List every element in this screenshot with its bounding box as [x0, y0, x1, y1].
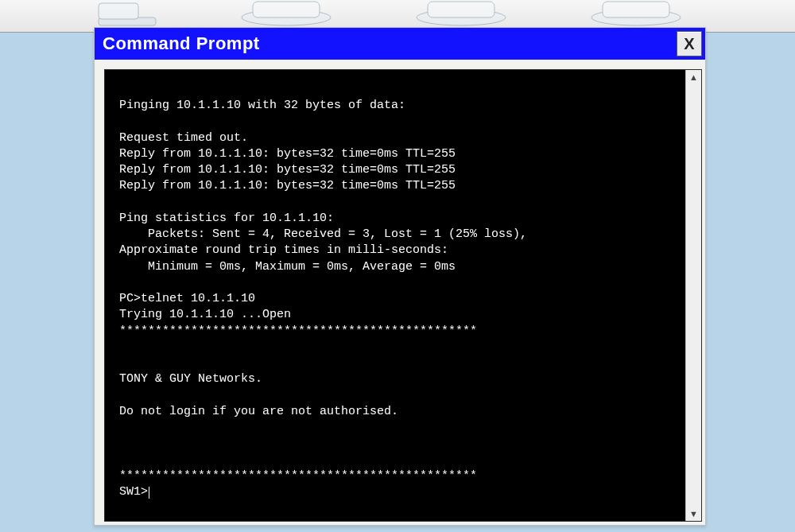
svg-rect-3	[253, 2, 320, 17]
scroll-up-button[interactable]: ▲	[686, 70, 701, 84]
terminal-line: Minimum = 0ms, Maximum = 0ms, Average = …	[119, 260, 456, 274]
chevron-down-icon: ▼	[689, 509, 698, 518]
terminal-line: Reply from 10.1.1.10: bytes=32 time=0ms …	[119, 179, 456, 192]
background-device-icon	[95, 0, 159, 29]
vertical-scrollbar[interactable]: ▲ ▼	[685, 70, 701, 521]
close-button[interactable]: X	[677, 31, 702, 56]
svg-rect-5	[428, 2, 494, 17]
window-title: Command Prompt	[103, 33, 677, 54]
terminal-line: Pinging 10.1.1.10 with 32 bytes of data:	[119, 99, 405, 112]
window-client-area: Pinging 10.1.1.10 with 32 bytes of data:…	[95, 60, 705, 525]
terminal-line: PC>telnet 10.1.1.10	[119, 292, 255, 305]
chevron-up-icon: ▲	[689, 72, 698, 82]
terminal-prompt: SW1>	[119, 485, 148, 499]
svg-rect-1	[99, 3, 138, 19]
terminal-line: Reply from 10.1.1.10: bytes=32 time=0ms …	[119, 147, 456, 161]
terminal-line: Approximate round trip times in milli-se…	[119, 243, 448, 257]
terminal-line: TONY & GUY Networks.	[119, 372, 262, 386]
terminal-line: ****************************************…	[119, 469, 477, 483]
terminal-line: Trying 10.1.1.10 ...Open	[119, 308, 291, 321]
terminal-line: Reply from 10.1.1.10: bytes=32 time=0ms …	[119, 163, 456, 177]
terminal-line: Do not login if you are not authorised.	[119, 405, 398, 418]
close-icon: X	[684, 36, 694, 52]
command-prompt-window: Command Prompt X Pinging 10.1.1.10 with …	[94, 27, 706, 526]
terminal-line: Request timed out.	[119, 131, 248, 145]
terminal-output[interactable]: Pinging 10.1.1.10 with 32 bytes of data:…	[105, 82, 685, 509]
scroll-down-button[interactable]: ▼	[686, 507, 701, 521]
background-device-icon	[413, 0, 509, 29]
terminal-line: Ping statistics for 10.1.1.10:	[119, 212, 334, 225]
background-device-icon	[588, 0, 684, 29]
titlebar[interactable]: Command Prompt X	[95, 28, 705, 60]
background-device-icon	[238, 0, 334, 29]
terminal-container: Pinging 10.1.1.10 with 32 bytes of data:…	[104, 69, 702, 522]
terminal-line: Packets: Sent = 4, Received = 3, Lost = …	[119, 227, 527, 241]
svg-rect-7	[603, 2, 669, 17]
cursor-icon	[149, 487, 149, 499]
terminal-line: ****************************************…	[119, 324, 477, 338]
